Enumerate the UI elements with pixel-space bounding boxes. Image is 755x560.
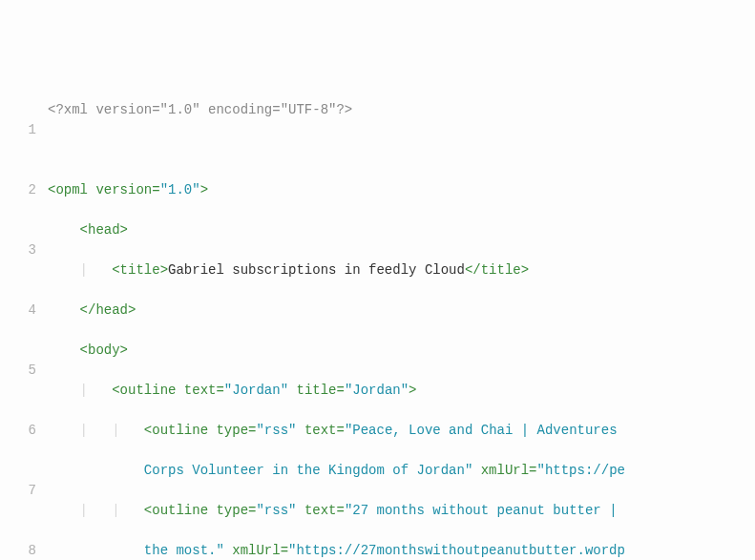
line-number: 4 xyxy=(0,301,36,321)
code-line[interactable]: Corps Volunteer in the Kingdom of Jordan… xyxy=(48,461,755,481)
line-number: 3 xyxy=(0,240,36,260)
code-line[interactable]: | | <outline type="rss" text="Peace, Lov… xyxy=(48,421,755,441)
code-editor[interactable]: 1 2 3 4 5 6 7 8 9 10 11 12 13 14 15 16 1… xyxy=(0,80,755,560)
line-number: 8 xyxy=(0,541,36,560)
line-number: 5 xyxy=(0,361,36,381)
code-line[interactable]: | <title>Gabriel subscriptions in feedly… xyxy=(48,260,755,280)
code-line[interactable]: <head> xyxy=(48,220,755,240)
code-line[interactable]: the most." xmlUrl="https://27monthswitho… xyxy=(48,541,755,560)
line-number: 2 xyxy=(0,180,36,200)
code-line[interactable]: | | <outline type="rss" text="27 months … xyxy=(48,501,755,521)
code-line[interactable]: </head> xyxy=(48,301,755,321)
code-line[interactable] xyxy=(48,140,755,160)
line-number: 7 xyxy=(0,481,36,501)
code-line[interactable]: <body> xyxy=(48,341,755,361)
line-number: 6 xyxy=(0,421,36,441)
line-number-gutter: 1 2 3 4 5 6 7 8 9 10 11 12 13 14 15 16 1… xyxy=(0,80,48,560)
code-line[interactable]: | <outline text="Jordan" title="Jordan"> xyxy=(48,381,755,401)
code-line[interactable]: <?xml version="1.0" encoding="UTF-8"?> xyxy=(48,100,755,120)
code-line[interactable]: <opml version="1.0"> xyxy=(48,180,755,200)
line-number: 1 xyxy=(0,120,36,140)
code-area[interactable]: <?xml version="1.0" encoding="UTF-8"?> <… xyxy=(48,80,755,560)
